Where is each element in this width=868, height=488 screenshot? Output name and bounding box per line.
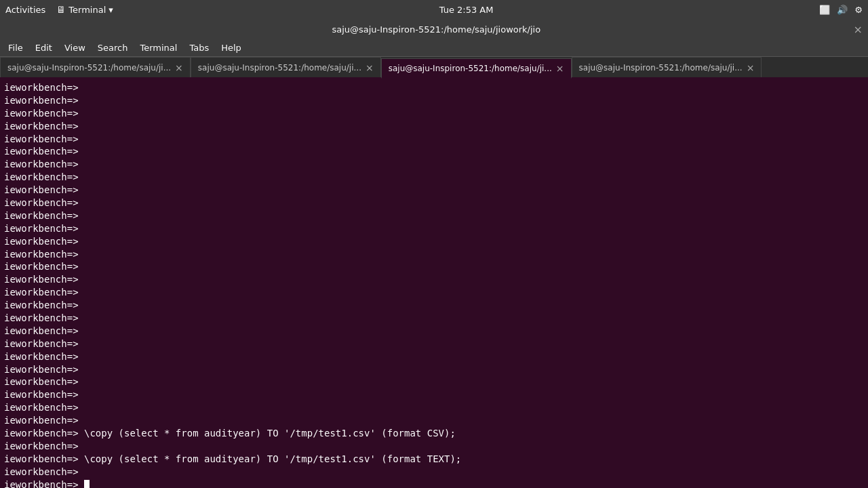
- terminal-line: ieworkbench=> \copy (select * from audit…: [4, 427, 864, 440]
- datetime-display: Tue 2:53 AM: [439, 5, 494, 15]
- tab-3[interactable]: saju@saju-Inspiron-5521:/home/saju/ji...…: [381, 58, 572, 79]
- terminal-line: ieworkbench=>: [4, 388, 864, 401]
- terminal-cursor: [84, 480, 90, 488]
- terminal-line: ieworkbench=>: [4, 299, 864, 312]
- terminal-line: ieworkbench=>: [4, 222, 864, 235]
- terminal-line: ieworkbench=>: [4, 107, 864, 120]
- activities-button[interactable]: Activities: [5, 5, 45, 15]
- terminal-line: ieworkbench=>: [4, 350, 864, 363]
- title-bar: saju@saju-Inspiron-5521:/home/saju/jiowo…: [0, 19, 868, 39]
- terminal-line: ieworkbench=>: [4, 363, 864, 376]
- terminal-line: ieworkbench=>: [4, 120, 864, 133]
- system-bar-clock: Tue 2:53 AM: [439, 5, 494, 15]
- terminal-line: ieworkbench=>: [4, 325, 864, 338]
- tab-1-label: saju@saju-Inspiron-5521:/home/saju/ji...: [7, 63, 171, 73]
- terminal-line: ieworkbench=>: [4, 133, 864, 146]
- menu-edit[interactable]: Edit: [30, 41, 58, 54]
- terminal-line: ieworkbench=>: [4, 375, 864, 388]
- terminal-line: ieworkbench=>: [4, 209, 864, 222]
- terminal-line: ieworkbench=>: [4, 145, 864, 158]
- system-bar: Activities 🖥 Terminal ▾ Tue 2:53 AM ⬜ 🔊 …: [0, 0, 868, 19]
- terminal-line: ieworkbench=>: [4, 273, 864, 286]
- terminal-line: ieworkbench=>: [4, 312, 864, 325]
- window-close-button[interactable]: ×: [854, 23, 863, 36]
- chevron-down-icon: ▾: [108, 5, 113, 15]
- window-title: saju@saju-Inspiron-5521:/home/saju/jiowo…: [19, 24, 854, 35]
- tab-2-close[interactable]: ×: [366, 62, 374, 73]
- tab-4-close[interactable]: ×: [747, 62, 755, 73]
- tab-2[interactable]: saju@saju-Inspiron-5521:/home/saju/ji...…: [191, 57, 381, 77]
- tab-2-label: saju@saju-Inspiron-5521:/home/saju/ji...: [198, 63, 361, 73]
- terminal-line: ieworkbench=>: [4, 81, 864, 94]
- tab-4-label: saju@saju-Inspiron-5521:/home/saju/ji...: [579, 63, 743, 73]
- volume-icon: 🔊: [837, 5, 848, 15]
- terminal-line: ieworkbench=>: [4, 94, 864, 107]
- tab-1[interactable]: saju@saju-Inspiron-5521:/home/saju/ji...…: [0, 57, 191, 77]
- tab-1-close[interactable]: ×: [175, 62, 183, 73]
- terminal-line: ieworkbench=>: [4, 479, 864, 488]
- terminal-line: ieworkbench=>: [4, 197, 864, 209]
- tab-bar: saju@saju-Inspiron-5521:/home/saju/ji...…: [0, 57, 868, 79]
- menu-tabs[interactable]: Tabs: [184, 41, 214, 54]
- terminal-line: ieworkbench=>: [4, 440, 864, 453]
- tab-3-close[interactable]: ×: [556, 63, 564, 74]
- terminal-line: ieworkbench=>: [4, 338, 864, 350]
- menu-view[interactable]: View: [59, 41, 91, 54]
- terminal-line: ieworkbench=>: [4, 401, 864, 414]
- terminal-window: saju@saju-Inspiron-5521:/home/saju/jiowo…: [0, 19, 868, 488]
- terminal-line: ieworkbench=>: [4, 466, 864, 479]
- system-bar-right: ⬜ 🔊 ⚙: [819, 5, 863, 15]
- terminal-line: ieworkbench=>: [4, 235, 864, 248]
- terminal-content[interactable]: ieworkbench=>ieworkbench=>ieworkbench=>i…: [0, 79, 868, 488]
- menu-search[interactable]: Search: [92, 41, 134, 54]
- system-bar-left: Activities 🖥 Terminal ▾: [5, 4, 113, 15]
- tab-3-label: saju@saju-Inspiron-5521:/home/saju/ji...: [389, 64, 552, 73]
- settings-icon: ⚙: [854, 5, 863, 15]
- menu-help[interactable]: Help: [216, 41, 247, 54]
- terminal-line: ieworkbench=>: [4, 248, 864, 261]
- terminal-line: ieworkbench=>: [4, 260, 864, 273]
- terminal-line: ieworkbench=>: [4, 414, 864, 427]
- terminal-line: ieworkbench=>: [4, 286, 864, 299]
- terminal-line: ieworkbench=>: [4, 158, 864, 171]
- terminal-line: ieworkbench=>: [4, 171, 864, 184]
- terminal-icon: 🖥: [56, 4, 66, 15]
- menu-terminal[interactable]: Terminal: [134, 41, 182, 54]
- terminal-taskbar-button[interactable]: 🖥 Terminal ▾: [56, 4, 113, 15]
- screen-icon: ⬜: [819, 5, 830, 15]
- menu-bar: File Edit View Search Terminal Tabs Help: [0, 39, 868, 57]
- terminal-line: ieworkbench=> \copy (select * from audit…: [4, 453, 864, 466]
- tab-4[interactable]: saju@saju-Inspiron-5521:/home/saju/ji...…: [572, 57, 762, 77]
- terminal-line: ieworkbench=>: [4, 184, 864, 197]
- menu-file[interactable]: File: [3, 41, 28, 54]
- terminal-taskbar-label: Terminal: [68, 5, 106, 15]
